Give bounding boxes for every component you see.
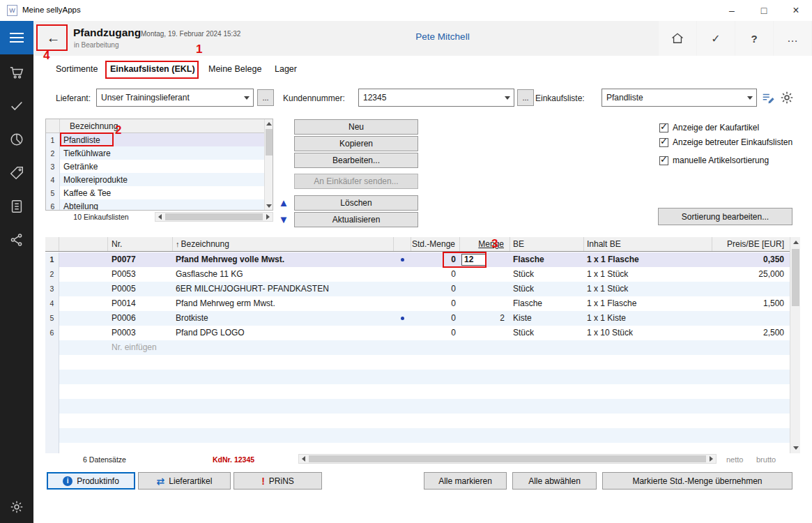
ekl-horizontal-scrollbar[interactable] — [155, 212, 273, 222]
column-header-bezeichnung[interactable]: ↑ Bezeichnung — [173, 237, 394, 251]
checkbox-box[interactable]: ✓ — [659, 156, 668, 165]
list-edit-icon[interactable] — [761, 91, 775, 107]
journal-icon[interactable] — [9, 199, 24, 214]
share-network-icon[interactable] — [9, 232, 24, 248]
prins-button[interactable]: ! PRiNS — [233, 472, 322, 490]
scrollbar-thumb[interactable] — [165, 213, 263, 220]
close-icon[interactable]: × — [780, 0, 812, 21]
netto-toggle[interactable]: netto — [726, 455, 743, 464]
empty-row[interactable] — [45, 384, 790, 399]
article-row[interactable]: 6 P0003 Pfand DPG LOGO 0 Stück 1 x 10 St… — [45, 326, 790, 340]
article-menge[interactable] — [460, 296, 510, 311]
article-row[interactable]: 4 P0014 Pfand Mehrweg erm Mwst. 0 Flasch… — [45, 296, 790, 311]
apply-std-menge-button[interactable]: Markierte Std.-Menge übernehmen — [602, 472, 792, 490]
back-button[interactable]: ← — [42, 27, 65, 48]
chevron-down-icon[interactable] — [744, 89, 756, 106]
article-row[interactable]: 2 P0053 Gasflasche 11 KG 0 Stück 1 x 1 S… — [45, 267, 790, 282]
checkbox-show-kaufartikel[interactable]: ✓ Anzeige der Kaufartikel — [659, 123, 759, 132]
column-header-be[interactable]: BE — [510, 237, 584, 251]
tab-lager[interactable]: Lager — [275, 64, 297, 77]
scrollbar-left-arrow[interactable] — [299, 455, 308, 463]
article-menge[interactable] — [460, 282, 510, 296]
scrollbar-up-arrow[interactable] — [790, 237, 801, 248]
article-menge[interactable] — [460, 267, 510, 282]
table-vertical-scrollbar[interactable] — [790, 237, 800, 453]
tasks-check-icon[interactable] — [9, 98, 24, 114]
help-icon[interactable]: ? — [735, 21, 773, 56]
ekl-row-pfandliste[interactable]: 1 Pfandliste — [46, 133, 266, 146]
refresh-button[interactable]: Aktualisieren — [294, 212, 418, 227]
einkaufsliste-select[interactable]: Pfandliste — [602, 89, 757, 107]
ekl-vertical-scrollbar[interactable] — [264, 119, 273, 210]
new-button[interactable]: Neu — [294, 119, 418, 135]
checkbox-manuelle-sortierung[interactable]: ✓ manuelle Artikelsortierung — [659, 156, 769, 165]
ekl-row[interactable]: 4 Molkereiprodukte — [46, 173, 266, 186]
lieferartikel-button[interactable]: ⇄ Lieferartikel — [138, 472, 231, 490]
edit-button[interactable]: Bearbeiten... — [294, 153, 418, 168]
tab-meine-belege[interactable]: Meine Belege — [208, 64, 261, 77]
cart-icon[interactable] — [9, 65, 24, 80]
move-down-button[interactable]: ▼ — [277, 213, 290, 227]
menge-edit-input[interactable]: 12 — [461, 254, 487, 266]
settings-gear-icon[interactable] — [9, 499, 24, 515]
article-row[interactable]: 1 P0077 Pfand Mehrweg volle Mwst. 0 12 F… — [45, 252, 790, 267]
scrollbar-right-arrow[interactable] — [707, 455, 716, 463]
lieferant-browse-button[interactable]: ... — [257, 89, 274, 106]
hamburger-menu-icon[interactable] — [0, 21, 33, 54]
scrollbar-up-arrow[interactable] — [265, 119, 273, 128]
pie-chart-icon[interactable] — [9, 132, 24, 147]
scrollbar-thumb[interactable] — [266, 129, 273, 156]
scrollbar-left-arrow[interactable] — [155, 213, 164, 221]
checkbox-show-betreute-listen[interactable]: ✓ Anzeige betreuter Einkaufslisten — [659, 137, 792, 147]
article-row[interactable]: 3 P0005 6ER MILCH/JOGHURT- PFANDKASTEN 0… — [45, 282, 790, 296]
empty-row[interactable] — [45, 414, 790, 428]
insert-placeholder[interactable]: Nr. einfügen — [108, 340, 247, 355]
move-up-button[interactable]: ▲ — [277, 196, 290, 210]
tag-icon[interactable] — [9, 165, 24, 181]
ekl-row[interactable]: 2 Tiefkühlware — [46, 146, 266, 160]
select-all-button[interactable]: Alle markieren — [424, 472, 507, 490]
scrollbar-down-arrow[interactable] — [265, 202, 273, 210]
column-header-menge[interactable]: Menge — [460, 237, 510, 251]
chevron-down-icon[interactable] — [501, 89, 514, 106]
article-menge[interactable] — [460, 326, 510, 340]
edit-sorting-button[interactable]: Sortierung bearbeiten... — [658, 208, 792, 225]
delete-button[interactable]: Löschen — [294, 195, 418, 211]
column-header-marker[interactable] — [394, 237, 411, 251]
deselect-all-button[interactable]: Alle abwählen — [512, 472, 597, 490]
ekl-row[interactable]: 3 Getränke — [46, 160, 266, 173]
home-icon[interactable] — [659, 21, 696, 56]
article-row[interactable]: 5 P0006 Brotkiste 0 2 Kiste 1 x 1 Kiste — [45, 311, 790, 326]
produktinfo-button[interactable]: i Produktinfo — [47, 472, 135, 490]
column-header-preis[interactable]: Preis/BE [EUR] — [712, 237, 790, 251]
column-header-nr[interactable]: Nr. — [108, 237, 173, 251]
scrollbar-thumb[interactable] — [309, 455, 706, 462]
scrollbar-down-arrow[interactable] — [790, 443, 801, 453]
ekl-column-header[interactable]: Bezeichnung — [46, 119, 266, 133]
more-options-icon[interactable]: … — [774, 21, 811, 56]
empty-row[interactable] — [45, 370, 790, 384]
chevron-down-icon[interactable] — [240, 89, 253, 106]
lieferant-select[interactable]: Unser Trainingslieferant — [96, 89, 254, 107]
checkbox-box[interactable]: ✓ — [659, 138, 668, 147]
confirm-check-icon[interactable]: ✓ — [697, 21, 735, 56]
scrollbar-right-arrow[interactable] — [263, 213, 273, 221]
tab-sortimente[interactable]: Sortimente — [56, 64, 98, 77]
empty-row[interactable] — [45, 399, 790, 414]
kundennummer-browse-button[interactable]: ... — [517, 89, 534, 106]
empty-row[interactable] — [45, 443, 790, 453]
scrollbar-thumb[interactable] — [792, 249, 799, 306]
brutto-toggle[interactable]: brutto — [756, 455, 776, 464]
checkbox-box[interactable]: ✓ — [659, 123, 668, 132]
tab-einkaufslisten[interactable]: Einkaufslisten (EKL) — [110, 64, 195, 77]
empty-row[interactable] — [45, 355, 790, 370]
empty-row[interactable] — [45, 428, 790, 443]
ekl-row[interactable]: 6 Abteilung — [46, 199, 266, 211]
column-header-std-menge[interactable]: Std.-Menge — [411, 237, 460, 251]
minimize-icon[interactable]: – — [716, 0, 748, 21]
copy-button[interactable]: Kopieren — [294, 136, 418, 151]
table-settings-gear-icon[interactable] — [779, 90, 795, 107]
insert-row[interactable]: Nr. einfügen — [45, 340, 790, 355]
table-horizontal-scrollbar[interactable] — [298, 454, 717, 464]
maximize-icon[interactable]: □ — [748, 0, 780, 21]
